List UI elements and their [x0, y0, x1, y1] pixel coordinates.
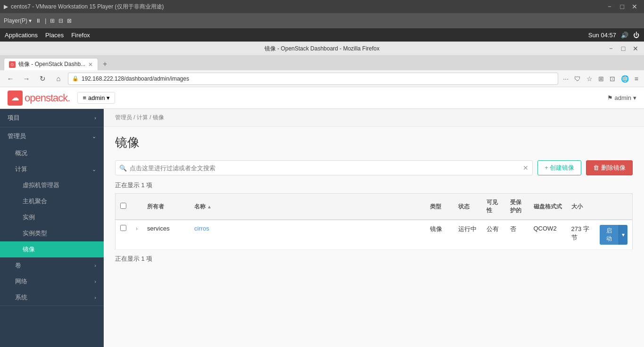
table-header-row: 所有者 名称 ▲ 类型: [116, 194, 633, 220]
sidebar-section-project: 项目 ›: [0, 109, 104, 127]
places-menu[interactable]: Places: [45, 32, 64, 39]
extension-icon[interactable]: 🌐: [619, 74, 631, 83]
power-icon[interactable]: ⏻: [633, 32, 639, 39]
nav-right-btns: ··· 🛡 ☆ ⊞ ⊡ 🌐 ≡: [561, 74, 640, 83]
system-label: 系统: [15, 293, 27, 302]
applications-menu[interactable]: Applications: [5, 32, 38, 39]
os-logo-icon: ☁: [8, 91, 23, 106]
home-btn[interactable]: ⌂: [52, 72, 65, 85]
table-header: 所有者 名称 ▲ 类型: [116, 194, 633, 220]
vm-btn-3[interactable]: ⊠: [67, 17, 72, 24]
row-owner: services: [142, 220, 190, 250]
sidebar-item-host-aggregate[interactable]: 主机聚合: [0, 193, 104, 209]
os-header-left: ☁ openstack. ≡ admin ▾: [8, 91, 115, 106]
th-status: 状态: [454, 194, 482, 220]
row-actions: 启动 ▾: [595, 220, 633, 250]
hamburger-menu[interactable]: ≡: [633, 74, 640, 83]
lock-icon: 🔒: [72, 75, 79, 82]
admin-dropdown-btn[interactable]: ≡ admin ▾: [77, 92, 115, 104]
vm-btn-2[interactable]: ⊟: [58, 17, 63, 24]
ff-close[interactable]: ✕: [631, 44, 640, 53]
instance-type-label: 实例类型: [23, 229, 47, 238]
firefox-chrome: 镜像 - OpenStack Dashboard - Mozilla Firef…: [0, 41, 644, 87]
maximize-btn[interactable]: □: [618, 2, 627, 11]
dropdown-arrow: ▾: [107, 94, 110, 101]
library-icon[interactable]: ⊞: [596, 74, 606, 83]
more-btn[interactable]: ···: [561, 74, 570, 83]
vmware-toolbar: Player(P) ▾ ⏸ | ⊞ ⊟ ⊠: [0, 13, 644, 28]
sidebar-item-image[interactable]: 镜像: [0, 241, 104, 257]
sidebar-item-instance[interactable]: 实例: [0, 209, 104, 225]
system-arrow: ›: [94, 295, 96, 300]
th-name[interactable]: 名称 ▲: [190, 194, 425, 220]
sidebar-section-admin: 管理员 ⌄ 概况 计算 ⌄ 虚拟机管理器 主机聚合 实例: [0, 127, 104, 306]
filter-input[interactable]: [130, 165, 523, 172]
row-expand-btn[interactable]: ›: [136, 225, 138, 232]
sidebar-item-admin[interactable]: 管理员 ⌄: [0, 127, 104, 145]
overview-label: 概况: [15, 149, 27, 157]
row-status: 运行中: [454, 220, 482, 250]
user-label: admin: [615, 94, 631, 101]
forward-btn[interactable]: →: [20, 72, 33, 85]
active-tab[interactable]: ⊙ 镜像 - OpenStack Dashb... ✕: [4, 58, 98, 70]
new-tab-btn[interactable]: +: [99, 58, 111, 70]
instance-label: 实例: [23, 213, 35, 222]
sidebar-item-system[interactable]: 系统 ›: [0, 289, 104, 306]
sidebar-item-overview[interactable]: 概况: [0, 145, 104, 161]
compute-label: 计算: [15, 165, 27, 174]
breadcrumb-compute[interactable]: 计算: [137, 114, 148, 121]
player-menu[interactable]: Player(P) ▾: [4, 17, 32, 24]
action-group[interactable]: 启动 ▾: [600, 225, 628, 245]
page-header: 镜像: [104, 127, 644, 155]
firefox-window-controls[interactable]: － □ ✕: [606, 44, 640, 53]
th-visibility: 可见性: [482, 194, 505, 220]
sidebar-item-vm-manager[interactable]: 虚拟机管理器: [0, 177, 104, 193]
synced-tabs-icon[interactable]: ⊡: [608, 74, 617, 83]
result-count-top: 正在显示 1 项: [115, 181, 633, 190]
url-bar[interactable]: 🔒 192.168.222.128/dashboard/admin/images: [68, 73, 558, 85]
project-arrow: ›: [94, 115, 96, 121]
tab-close-btn[interactable]: ✕: [88, 61, 93, 68]
filter-clear-btn[interactable]: ✕: [523, 164, 528, 172]
speaker-icon[interactable]: 🔊: [621, 32, 628, 39]
sidebar-item-instance-type[interactable]: 实例类型: [0, 225, 104, 241]
table-row: › services cirros 镜像 运行中 公有 否 QCOW2 273 …: [116, 220, 633, 250]
back-btn[interactable]: ←: [4, 72, 17, 85]
admin-label: 管理员: [8, 132, 26, 140]
sidebar-item-network[interactable]: 网络 ›: [0, 273, 104, 289]
close-btn[interactable]: ✕: [629, 2, 640, 11]
row-name-link[interactable]: cirros: [194, 225, 209, 232]
sidebar-item-compute[interactable]: 计算 ⌄: [0, 161, 104, 177]
star-icon[interactable]: ☆: [585, 74, 594, 83]
select-all-checkbox[interactable]: [120, 203, 126, 209]
gnome-topbar-right: Sun 04:57 🔊 ⏻: [588, 32, 639, 39]
bookmark-icon[interactable]: 🛡: [572, 74, 583, 83]
pause-icon[interactable]: ⏸: [35, 17, 41, 24]
tab-favicon: ⊙: [9, 61, 16, 68]
filter-bar: 🔍 ✕ + 创建镜像 🗑 删除镜像: [115, 155, 633, 175]
action-launch-btn[interactable]: 启动: [600, 225, 619, 245]
action-dropdown-btn[interactable]: ▾: [619, 225, 627, 245]
ff-minimize[interactable]: －: [606, 44, 616, 53]
ff-maximize[interactable]: □: [619, 44, 628, 53]
user-dropdown-arrow: ▾: [633, 94, 636, 101]
breadcrumb-images: 镜像: [153, 114, 164, 121]
row-checkbox[interactable]: [120, 225, 126, 231]
minimize-btn[interactable]: －: [603, 1, 616, 12]
create-image-btn[interactable]: + 创建镜像: [537, 160, 581, 175]
row-visibility: 公有: [482, 220, 505, 250]
vmware-icon: ▶: [4, 3, 8, 10]
vmware-titlebar-right[interactable]: － □ ✕: [603, 1, 640, 12]
breadcrumb-admin[interactable]: 管理员: [115, 114, 132, 121]
sidebar-item-project[interactable]: 项目 ›: [0, 109, 104, 127]
compute-arrow: ⌄: [92, 166, 96, 173]
delete-image-btn[interactable]: 🗑 删除镜像: [586, 160, 633, 175]
vm-btn-1[interactable]: ⊞: [50, 17, 55, 24]
filter-input-wrap[interactable]: 🔍 ✕: [115, 160, 533, 175]
sidebar-item-volume[interactable]: 卷 ›: [0, 257, 104, 273]
reload-btn[interactable]: ↻: [36, 72, 49, 85]
firefox-menu[interactable]: Firefox: [71, 32, 90, 39]
user-menu-btn[interactable]: ⚑ admin ▾: [607, 94, 636, 101]
th-owner: 所有者: [142, 194, 190, 220]
vmware-titlebar: ▶ centos7 - VMware Workstation 15 Player…: [0, 0, 644, 13]
